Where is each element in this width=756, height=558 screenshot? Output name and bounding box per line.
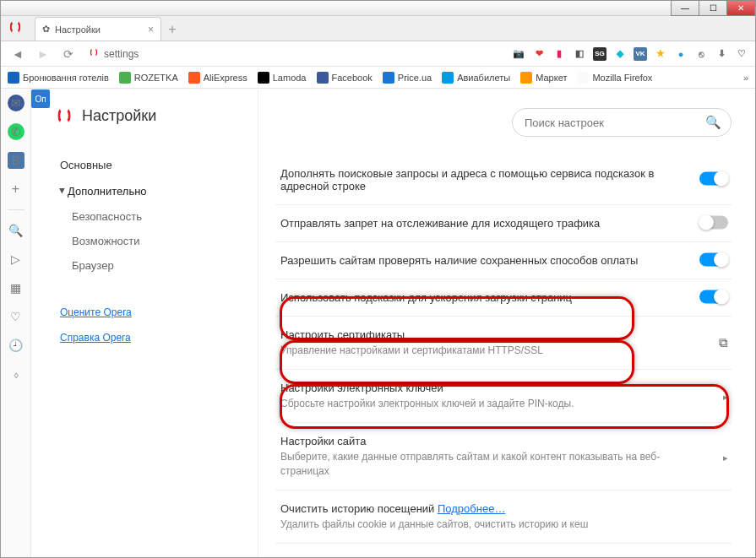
bookmark-label: Бронювання готелів <box>23 73 109 83</box>
tab-settings[interactable]: ✿ Настройки × <box>35 17 161 41</box>
settings-row[interactable]: Настройки электронных ключейСбросьте нас… <box>275 369 732 422</box>
address-text: settings <box>104 48 139 60</box>
help-opera-link[interactable]: Справка Opera <box>55 327 242 349</box>
bookmark-item[interactable]: Маркет <box>520 72 567 84</box>
extension-icon[interactable]: 📷 <box>512 47 525 61</box>
bookmark-item[interactable]: ROZETKA <box>119 72 178 84</box>
bookmark-item[interactable]: Mozilla Firefox <box>577 72 652 84</box>
chevron-right-icon: ▸ <box>723 452 728 462</box>
row-title: Использовать подсказки для ускорения заг… <box>280 291 572 304</box>
extension-icon[interactable]: ● <box>674 47 688 61</box>
vk-icon[interactable]: B <box>8 152 24 169</box>
extensions-panel-icon[interactable]: ⬨ <box>8 366 24 382</box>
bookmark-favicon <box>188 72 200 84</box>
bookmark-item[interactable]: Авиабилеты <box>442 72 510 84</box>
nav-reload-button[interactable]: ⟳ <box>58 44 79 64</box>
nav-forward-button[interactable]: ► <box>33 44 53 64</box>
bookmark-favicon <box>317 72 329 84</box>
speed-dial-icon[interactable]: ▦ <box>8 279 24 296</box>
settings-row[interactable]: Автоматически отправлять отчеты об авари… <box>275 543 732 557</box>
settings-row[interactable]: Настройки сайтаВыберите, какие данные от… <box>275 422 732 489</box>
tab-title: Настройки <box>55 24 101 35</box>
extension-icon[interactable]: ⬇ <box>715 47 728 61</box>
toggle-switch[interactable] <box>699 215 728 229</box>
row-title: Дополнять поисковые запросы и адреса с п… <box>280 167 654 192</box>
row-title: Очистить историю посещений <box>280 502 434 515</box>
window-minimize-button[interactable]: — <box>671 0 699 16</box>
opera-logo-icon <box>10 19 21 35</box>
chevron-right-icon: ▸ <box>723 392 728 402</box>
opera-logo-icon <box>57 106 70 125</box>
extension-icons: 📷❤▮◧SG◆VK★●⎋⬇♡ <box>512 47 748 61</box>
messenger-icon[interactable]: ✉ <box>8 95 24 111</box>
extension-icon[interactable]: ⎋ <box>694 47 708 61</box>
bookmark-item[interactable]: AliExpress <box>188 72 247 84</box>
new-tab-button[interactable]: + <box>163 20 182 39</box>
row-title: Разрешить сайтам проверять наличие сохра… <box>280 254 638 267</box>
search-panel-icon[interactable]: 🔍 <box>8 222 24 239</box>
settings-row[interactable]: Отправлять запрет на отслеживание для ис… <box>275 204 732 241</box>
settings-search-input[interactable] <box>512 108 732 137</box>
bookmark-item[interactable]: Price.ua <box>383 72 432 84</box>
settings-row: Очистить историю посещений Подробнее…Уда… <box>275 490 732 543</box>
history-panel-icon[interactable]: 🕘 <box>8 337 24 354</box>
gear-icon: ✿ <box>42 24 50 35</box>
language-badge[interactable]: Оп <box>31 89 50 108</box>
bookmark-label: Маркет <box>536 73 567 83</box>
tab-close-icon[interactable]: × <box>148 24 154 35</box>
bookmark-favicon <box>442 72 454 84</box>
tab-strip: ✿ Настройки × + <box>1 16 755 41</box>
bookmark-label: AliExpress <box>204 73 247 83</box>
bookmark-label: Mozilla Firefox <box>592 73 652 83</box>
bookmark-favicon <box>8 72 19 84</box>
nav-security[interactable]: Безопасность <box>55 204 242 229</box>
row-description: Сбросьте настройки электронных ключей и … <box>280 397 698 410</box>
settings-sidebar: Настройки Основные Дополнительно Безопас… <box>31 89 258 557</box>
os-titlebar: — ☐ ✕ <box>1 1 755 16</box>
bookmarks-panel-icon[interactable]: ♡ <box>8 308 24 325</box>
extension-icon[interactable]: ◆ <box>613 47 627 61</box>
bookmark-label: Price.ua <box>398 73 432 83</box>
window-close-button[interactable]: ✕ <box>726 0 755 16</box>
toggle-switch[interactable] <box>699 172 728 186</box>
row-title: Настройки электронных ключей <box>280 382 443 394</box>
bookmarks-overflow-button[interactable]: » <box>743 73 748 83</box>
window-maximize-button[interactable]: ☐ <box>699 0 727 16</box>
opera-badge-icon <box>89 47 99 60</box>
nav-back-button[interactable]: ◄ <box>8 44 28 64</box>
bookmark-item[interactable]: Бронювання готелів <box>8 72 109 84</box>
extension-icon[interactable]: ▮ <box>552 47 566 61</box>
address-bar: ◄ ► ⟳ settings 📷❤▮◧SG◆VK★●⎋⬇♡ <box>1 41 755 67</box>
extension-icon[interactable]: VK <box>634 47 647 61</box>
extension-icon[interactable]: ❤ <box>532 47 546 61</box>
row-title: Автоматически отправлять отчеты об авари… <box>280 555 639 557</box>
flow-icon[interactable]: ▷ <box>8 251 24 268</box>
settings-row[interactable]: Использовать подсказки для ускорения заг… <box>275 279 732 316</box>
whatsapp-icon[interactable]: ✆ <box>8 123 24 140</box>
bookmarks-bar: Бронювання готелівROZETKAAliExpressLamod… <box>1 67 755 89</box>
opera-menu-button[interactable] <box>8 19 24 36</box>
nav-browser[interactable]: Браузер <box>55 253 242 278</box>
extension-icon[interactable]: ♡ <box>735 47 748 61</box>
nav-features[interactable]: Возможности <box>55 229 242 253</box>
bookmark-item[interactable]: Lamoda <box>258 72 307 84</box>
rate-opera-link[interactable]: Оцените Opera <box>55 301 242 323</box>
toggle-switch[interactable] <box>699 252 728 266</box>
add-messenger-button[interactable]: + <box>8 181 24 198</box>
settings-row[interactable]: Дополнять поисковые запросы и адреса с п… <box>275 155 732 204</box>
nav-basic[interactable]: Основные <box>55 152 242 178</box>
extension-icon[interactable]: ◧ <box>573 47 586 61</box>
settings-row[interactable]: Разрешить сайтам проверять наличие сохра… <box>275 241 732 279</box>
bookmark-label: ROZETKA <box>134 73 178 83</box>
bookmark-item[interactable]: Facebook <box>317 72 373 84</box>
settings-row[interactable]: Настроить сертификатыУправление настройк… <box>275 316 732 369</box>
bookmark-label: Facebook <box>332 73 373 83</box>
learn-more-link[interactable]: Подробнее… <box>438 502 505 515</box>
nav-advanced[interactable]: Дополнительно <box>55 178 242 204</box>
extension-icon[interactable]: ★ <box>654 47 667 61</box>
row-title: Отправлять запрет на отслеживание для ис… <box>280 217 600 230</box>
omnibox[interactable]: settings <box>84 44 507 64</box>
toggle-switch[interactable] <box>699 290 728 303</box>
row-description: Удалить файлы cookie и данные сайтов, оч… <box>280 517 698 531</box>
extension-icon[interactable]: SG <box>593 47 606 61</box>
